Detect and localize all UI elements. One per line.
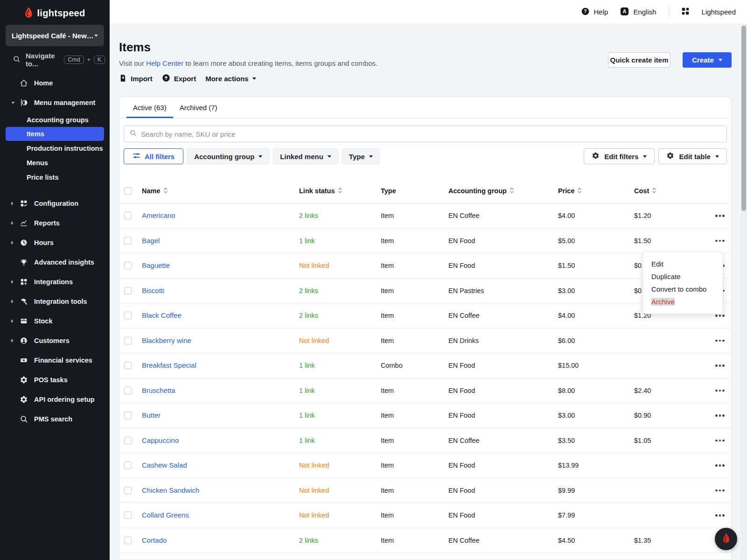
- sidebar-item-advanced-insights[interactable]: Advanced insights: [0, 252, 110, 272]
- sidebar-item-financial-services[interactable]: Financial services: [0, 350, 110, 370]
- row-actions-button[interactable]: [714, 212, 727, 220]
- help-center-link[interactable]: Help Center: [146, 59, 183, 67]
- item-name-link[interactable]: Cortado: [142, 536, 167, 544]
- row-actions-button[interactable]: [714, 362, 727, 370]
- item-name-link[interactable]: Bagel: [142, 237, 160, 245]
- row-actions-button[interactable]: [714, 487, 727, 495]
- item-name-link[interactable]: Black Coffee: [142, 311, 182, 319]
- chevron-down-icon: [94, 35, 98, 37]
- sidebar-item-menu-management[interactable]: Menu management: [0, 93, 110, 112]
- row-checkbox[interactable]: [124, 387, 132, 394]
- link-status: 1 link: [299, 437, 381, 444]
- row-actions-button[interactable]: [714, 412, 727, 420]
- sidebar-subitem-accounting-groups[interactable]: Accounting groups: [0, 112, 110, 127]
- row-checkbox[interactable]: [124, 412, 132, 419]
- context-menu-item-edit[interactable]: Edit: [643, 258, 723, 270]
- row-checkbox[interactable]: [124, 262, 132, 269]
- navigate-search[interactable]: Navigate to... Cmd + K: [0, 54, 110, 66]
- column-header-cost[interactable]: Cost: [634, 187, 714, 195]
- filter-dropdown-accounting-group[interactable]: Accounting group: [187, 148, 269, 164]
- sidebar-item-configuration[interactable]: Configuration: [0, 194, 110, 213]
- sidebar-item-customers[interactable]: Customers: [0, 331, 110, 350]
- sidebar-item-integrations[interactable]: Integrations: [0, 272, 110, 292]
- select-all-checkbox[interactable]: [124, 187, 132, 195]
- row-actions-button[interactable]: [714, 237, 727, 245]
- item-name-link[interactable]: Cashew Salad: [142, 461, 187, 469]
- sidebar-subitem-menus[interactable]: Menus: [0, 155, 110, 170]
- column-header-accounting-group[interactable]: Accounting group: [448, 187, 558, 195]
- language-menu[interactable]: A English: [620, 7, 656, 17]
- context-menu-item-archive[interactable]: Archive: [643, 296, 723, 308]
- item-name-link[interactable]: Chicken Sandwich: [142, 486, 199, 494]
- quick-create-item-button[interactable]: Quick create item: [608, 52, 670, 68]
- app-switcher-button[interactable]: [681, 7, 690, 17]
- context-menu-item-duplicate[interactable]: Duplicate: [643, 271, 723, 282]
- item-name-link[interactable]: Breakfast Special: [142, 361, 196, 369]
- edit-table-button[interactable]: Edit table: [658, 148, 727, 164]
- business-selector[interactable]: Lightspeed Café - New …: [6, 25, 104, 46]
- row-checkbox[interactable]: [124, 462, 132, 469]
- column-header-type[interactable]: Type: [381, 187, 448, 195]
- row-actions-button[interactable]: [714, 462, 727, 469]
- filter-dropdown-type[interactable]: Type: [342, 148, 380, 164]
- row-checkbox[interactable]: [124, 437, 132, 444]
- sidebar-item-api-ordering-setup[interactable]: API ordering setup: [0, 390, 110, 409]
- column-header-name[interactable]: Name: [142, 187, 299, 195]
- create-button[interactable]: Create: [683, 52, 732, 68]
- search-input[interactable]: [141, 130, 721, 138]
- item-name-link[interactable]: Biscotti: [142, 287, 164, 294]
- column-header-price[interactable]: Price: [558, 187, 634, 195]
- edit-table-label: Edit table: [679, 153, 711, 161]
- row-checkbox[interactable]: [124, 237, 132, 245]
- all-filters-button[interactable]: All filters: [124, 148, 183, 164]
- item-name-link[interactable]: Bruschetta: [142, 386, 175, 394]
- item-name-link[interactable]: Cappuccino: [142, 436, 179, 444]
- row-checkbox[interactable]: [124, 511, 132, 519]
- row-checkbox[interactable]: [124, 487, 132, 494]
- more-actions-button[interactable]: More actions: [205, 75, 256, 83]
- item-name-link[interactable]: Americano: [142, 211, 175, 219]
- row-actions-button[interactable]: [714, 511, 727, 519]
- kbd-cmd: Cmd: [64, 56, 84, 64]
- row-checkbox[interactable]: [124, 212, 132, 219]
- row-checkbox[interactable]: [124, 312, 132, 319]
- sidebar-item-stock[interactable]: Stock: [0, 311, 110, 331]
- table-row-cappuccino: Cappuccino1 linkItemEN Coffee$3.50$1.05: [119, 428, 731, 454]
- sidebar-item-home[interactable]: Home: [0, 73, 110, 93]
- row-checkbox[interactable]: [124, 537, 132, 544]
- assistant-fab-button[interactable]: [715, 528, 737, 550]
- help-menu[interactable]: ? Help: [581, 7, 608, 17]
- tab-active-63[interactable]: Active (63): [126, 97, 173, 118]
- table-row-chicken-sandwich: Chicken SandwichNot linkedItemEN Food$9.…: [119, 478, 731, 504]
- filter-dropdown-linked-menu[interactable]: Linked menu: [273, 148, 338, 164]
- context-menu-item-convert-to-combo[interactable]: Convert to combo: [643, 283, 723, 295]
- sidebar-item-hours[interactable]: Hours: [0, 233, 110, 252]
- item-name-link[interactable]: Butter: [142, 411, 161, 419]
- account-menu[interactable]: Lightspeed: [702, 8, 736, 16]
- sidebar-subitem-production-instructions[interactable]: Production instructions: [0, 141, 110, 155]
- row-checkbox[interactable]: [124, 337, 132, 344]
- item-name-link[interactable]: Blackberry wine: [142, 336, 191, 344]
- search-box: [124, 126, 727, 142]
- row-actions-button[interactable]: [714, 437, 727, 445]
- sidebar-item-pms-search[interactable]: PMS search: [0, 409, 110, 429]
- scrollbar-thumb[interactable]: [741, 26, 746, 211]
- edit-filters-button[interactable]: Edit filters: [584, 148, 655, 164]
- sidebar-item-pos-tasks[interactable]: POS tasks: [0, 370, 110, 390]
- header-buttons: Quick create item Create: [608, 52, 732, 68]
- item-name-link[interactable]: Baguette: [142, 261, 170, 269]
- sidebar-subitem-price-lists[interactable]: Price lists: [0, 170, 110, 184]
- help-label: Help: [594, 8, 608, 16]
- row-actions-button[interactable]: [714, 387, 727, 395]
- row-checkbox[interactable]: [124, 362, 132, 369]
- column-header-link-status[interactable]: Link status: [299, 187, 381, 195]
- sidebar-subitem-items[interactable]: Items: [6, 127, 104, 141]
- import-button[interactable]: Import: [119, 74, 153, 84]
- row-checkbox[interactable]: [124, 287, 132, 294]
- tab-archived-7[interactable]: Archived (7): [173, 97, 224, 118]
- row-actions-button[interactable]: [714, 337, 727, 345]
- export-button[interactable]: Export: [162, 74, 196, 84]
- item-name-link[interactable]: Collard Greens: [142, 511, 189, 519]
- sidebar-item-integration-tools[interactable]: Integration tools: [0, 292, 110, 311]
- sidebar-item-reports[interactable]: Reports: [0, 213, 110, 233]
